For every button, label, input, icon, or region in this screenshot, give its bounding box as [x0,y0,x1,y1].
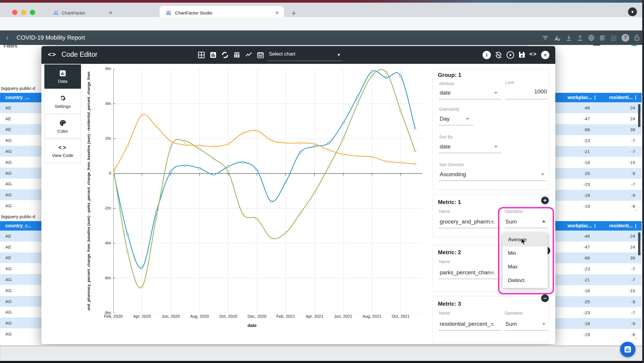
granularity-value[interactable]: Day [440,116,450,122]
metric3-operation-value[interactable]: Sum [505,321,517,327]
table-row[interactable]: AE [0,252,43,263]
table-row[interactable]: AE [0,124,43,135]
table-resize-handle[interactable]: ⌟ [635,207,637,211]
traffic-light-close[interactable] [12,10,17,15]
table-row[interactable]: AG [0,157,43,168]
chevron-down-icon[interactable] [491,221,494,223]
table-row[interactable]: -21-7 [555,274,642,285]
line-chart-plot[interactable] [113,69,422,313]
table-row[interactable]: -6839 [555,124,642,135]
table-row[interactable]: AG [0,274,43,285]
table-row[interactable]: AE [0,231,43,242]
table-row[interactable]: -23-7 [555,135,642,146]
info-icon[interactable]: i [483,51,491,59]
columns-icon[interactable] [233,51,241,59]
traffic-light-zoom[interactable] [30,10,35,15]
sync-disabled-icon[interactable] [494,51,503,59]
table-row[interactable]: AG [0,296,43,307]
tab-close-icon[interactable]: ✕ [109,10,113,16]
sidebar-item-settings[interactable]: Settings [44,89,81,114]
chevron-down-icon[interactable] [491,323,494,325]
add-metric-button[interactable]: + [541,197,549,204]
unlock-icon[interactable] [633,34,641,41]
table-row[interactable]: AG [0,317,43,328]
globe-icon[interactable] [588,34,595,41]
table-scrollbar-thumb[interactable] [638,232,640,255]
table-row[interactable]: AG [0,179,43,189]
table-header[interactable]: workplac...|residenti...| [555,93,642,102]
table-scrollbar-thumb[interactable] [638,104,640,127]
table-row[interactable]: AE [0,113,43,124]
table-row[interactable]: -4624 [555,102,642,113]
table-row[interactable]: -25-9 [555,296,642,307]
table-row[interactable]: AG [0,285,43,296]
table-header[interactable]: country_... [0,93,43,102]
table-row[interactable]: -23-7 [555,179,642,190]
table-row[interactable]: -19-6 [555,201,642,212]
close-icon[interactable]: ✕ [541,51,549,59]
sidebar-item-data[interactable]: Data [44,64,81,89]
table-row[interactable]: -6839 [555,252,642,263]
table-row[interactable]: -23-7 [555,263,642,274]
chevron-down-icon[interactable] [491,272,494,274]
grid-dots-icon[interactable] [610,34,617,41]
chart-fab-button[interactable] [620,342,635,357]
new-tab-button[interactable]: + [292,9,296,18]
table-row[interactable]: AG [0,146,43,157]
tab-search-button[interactable]: ▼ [628,7,637,16]
chevron-down-icon[interactable] [466,118,469,120]
sidebar-item-color[interactable]: Color [44,114,81,138]
table-row[interactable]: AE [0,102,43,113]
attribute-value[interactable]: date [440,90,451,96]
table-resize-handle[interactable]: ⌟ [635,335,637,340]
chart-settings-icon[interactable] [554,34,561,42]
download-icon[interactable] [565,34,572,41]
sort-direction-value[interactable]: Ascending [440,171,466,178]
chevron-down-icon[interactable] [494,92,498,94]
table-row[interactable]: AG [0,307,43,318]
table-row[interactable]: -19-6 [555,329,642,340]
sidebar-item-view-code[interactable]: <> View Code [44,139,81,163]
table-row[interactable]: -4724 [555,242,642,252]
table-row[interactable]: -18-15 [555,157,642,168]
metric1-name-value[interactable]: grocery_and_pharm... [440,218,495,225]
metric2-name-value[interactable]: parks_percent_chan... [440,269,495,276]
chevron-down-icon[interactable] [494,146,498,148]
table-row[interactable]: -4624 [555,231,642,242]
table-row[interactable]: -21-7 [555,146,642,157]
align-lines-icon[interactable] [599,34,606,41]
view-code-icon[interactable]: <> [529,51,537,57]
app-back-icon[interactable]: ‹ [6,33,9,42]
table-header[interactable]: workplac...|residenti...| [555,221,642,231]
tab-close-icon[interactable]: ✕ [275,10,279,16]
remove-metric3-button[interactable]: − [541,294,549,302]
table-row[interactable]: AG [0,135,43,146]
traffic-light-minimize[interactable] [21,10,26,15]
line-chart-icon[interactable] [245,51,253,59]
chevron-down-icon[interactable] [541,174,544,176]
table-row[interactable]: AG [0,263,43,274]
table-row[interactable]: AG [0,189,43,200]
select-chart-dropdown[interactable]: Select chart ▼ [268,49,343,61]
upload-icon[interactable] [577,34,584,41]
table-row[interactable]: -4724 [555,113,642,124]
sort-by-value[interactable]: date [440,143,451,150]
limit-value[interactable]: 1000 [505,88,547,95]
table-row[interactable]: AG [0,328,43,339]
table-row[interactable]: AG [0,200,43,211]
chevron-down-icon[interactable] [542,323,546,325]
metric3-name-value[interactable]: residential_percent_... [440,321,495,327]
calendar-icon[interactable] [257,51,264,59]
run-play-icon[interactable] [506,51,514,59]
save-icon[interactable] [518,51,526,59]
help-icon[interactable]: ? [622,34,629,42]
grid-chart-icon[interactable] [198,51,205,59]
table-row[interactable]: -18-9 [555,190,642,201]
table-row[interactable]: -18-15 [555,285,642,296]
table-row[interactable]: -18-9 [555,318,642,329]
table-row[interactable]: AE [0,242,43,252]
table-row[interactable]: AG [0,168,43,179]
bar-chart-icon[interactable] [209,51,217,59]
table-row[interactable]: -25-9 [555,168,642,179]
table-row[interactable]: -23-7 [555,307,642,318]
